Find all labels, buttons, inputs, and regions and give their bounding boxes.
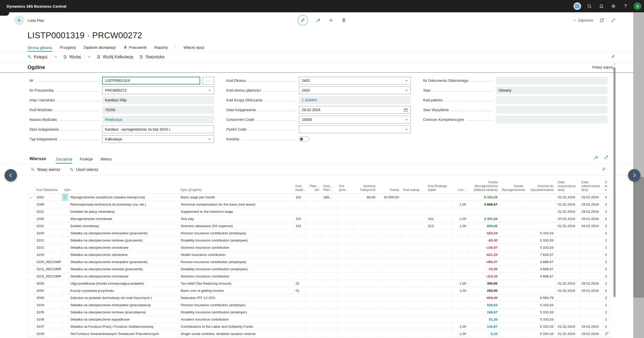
notifications-bell-icon[interactable] <box>598 2 605 10</box>
cell-rodzaju[interactable] <box>426 208 453 215</box>
cell-kwl[interactable]: 920,42 <box>469 222 500 229</box>
tab-przygotuj[interactable]: Przygotuj <box>60 45 76 52</box>
cell-kwota[interactable] <box>378 323 401 330</box>
breadcrumb[interactable]: Lista Płac <box>28 18 44 23</box>
cell-plan[interactable] <box>306 201 321 208</box>
action-wyślij-kalkulację[interactable]: Wyślij Kalkulację <box>96 55 133 59</box>
cell-katal[interactable] <box>294 208 306 215</box>
cell-rodzaju[interactable] <box>426 251 453 258</box>
cell-d2[interactable]: 29.02.2024 <box>579 330 603 337</box>
cell-d1[interactable] <box>556 258 579 265</box>
cell-last[interactable]: 2 <box>603 244 611 251</box>
cell-d1[interactable] <box>556 237 579 244</box>
cell-kwl[interactable]: -520,53 <box>469 229 500 237</box>
cell-god[interactable] <box>321 301 337 308</box>
cell-dochod[interactable]: 5 333,33 <box>525 244 556 251</box>
cell-en[interactable]: Pension insurance contribution (employee… <box>179 229 294 237</box>
cell-opis[interactable]: Składka na ubezpieczenie zdrowotne <box>68 251 179 258</box>
cell-kwota[interactable]: 10 000,00 <box>378 194 401 201</box>
cell-plan[interactable] <box>306 287 321 294</box>
cell-kod[interactable]: 3104 <box>34 301 62 308</box>
cell-waluty[interactable] <box>401 194 426 201</box>
cell-dochod[interactable]: 5 333,33 <box>525 308 556 316</box>
cell-kw[interactable] <box>500 258 525 265</box>
cell-en[interactable]: Technical compensation for the base (sic… <box>179 201 294 208</box>
cell-godziny[interactable] <box>353 215 378 222</box>
cell-kwl[interactable]: -621,29 <box>469 251 500 258</box>
cell-katal[interactable] <box>294 251 306 258</box>
cell-dochod[interactable] <box>525 287 556 294</box>
settings-gear-icon[interactable] <box>610 2 617 10</box>
cell-god[interactable] <box>321 201 337 208</box>
cell-kw[interactable] <box>500 294 525 301</box>
cell-kw[interactable] <box>500 194 525 201</box>
cell-licz[interactable]: 1,00 <box>453 201 469 208</box>
cell-dni[interactable] <box>337 316 353 323</box>
cell-kwota[interactable] <box>378 237 401 244</box>
field-input-opis-księgowania[interactable]: Kardasz , wynagrodzenie za luty 2024 r. <box>102 125 214 133</box>
cell-en[interactable]: Single social contribut. disabled vacati… <box>179 330 294 337</box>
cell-god[interactable] <box>321 258 337 265</box>
cell-last[interactable]: 2 <box>603 265 611 273</box>
cell-last[interactable]: 2 <box>603 316 611 323</box>
cell-plan[interactable] <box>306 215 321 222</box>
cell-katal[interactable]: 02 <box>294 280 306 287</box>
cell-opis[interactable]: Rekompensata techniczna do podstawy (zw.… <box>68 201 179 208</box>
cell-kwl[interactable]: -80,00 <box>469 237 500 244</box>
col-header-last[interactable]: Cwo <box>603 176 611 194</box>
cell-kwota[interactable] <box>378 201 401 208</box>
tab-strona-główna[interactable]: Strona główna <box>27 45 52 52</box>
col-header-d1[interactable]: Datarozpoczęciaakcji <box>556 176 579 194</box>
cell-d1[interactable] <box>556 265 579 273</box>
cell-god[interactable] <box>321 316 337 323</box>
cell-en[interactable]: Accident insurance contribution <box>179 316 294 323</box>
cell-rodzaju[interactable] <box>426 280 453 287</box>
cell-kod[interactable]: 3030 <box>34 280 62 287</box>
cell-dni[interactable] <box>337 323 353 330</box>
cell-dni[interactable] <box>337 251 353 258</box>
table-row[interactable]: 3050Koszty uzyskania przychoduBasic cost… <box>28 287 611 294</box>
cell-en[interactable]: Disability insurance contribution (emplo… <box>179 265 294 273</box>
cell-kod[interactable]: 3100 <box>34 229 62 237</box>
cell-kwl[interactable]: 5,33 <box>469 330 500 337</box>
cell-en[interactable]: Health insurance contribution <box>179 251 294 258</box>
cell-d2[interactable] <box>579 258 603 265</box>
cell-d2[interactable] <box>579 294 603 301</box>
cell-plan[interactable] <box>306 273 321 280</box>
cell-waluty[interactable] <box>401 280 426 287</box>
cell-waluty[interactable] <box>401 265 426 273</box>
cell-kwl[interactable]: -455,47 <box>469 258 500 265</box>
cell-waluty[interactable] <box>401 330 426 337</box>
cell-kwota[interactable] <box>378 215 401 222</box>
cell-plan[interactable] <box>306 251 321 258</box>
cell-kwl[interactable]: -609,00 <box>469 294 500 301</box>
cell-dni[interactable] <box>337 308 353 316</box>
cell-god[interactable] <box>321 323 337 330</box>
table-row[interactable]: 3100_RECOMPSkładka na ubezpieczenie emer… <box>28 258 611 265</box>
cell-dni[interactable] <box>337 280 353 287</box>
cell-plan[interactable] <box>306 330 321 337</box>
cell-godziny[interactable] <box>353 273 378 280</box>
cell-d1[interactable]: 01.02.2024 <box>556 222 579 229</box>
cell-plan[interactable] <box>306 265 321 273</box>
cell-kwl[interactable]: 4 666,67 <box>469 201 500 208</box>
cell-licz[interactable]: 1,00 <box>453 215 469 222</box>
cell-god[interactable] <box>321 222 337 229</box>
cell-kwota[interactable] <box>378 222 401 229</box>
cell-opis[interactable]: Skł.Fundusz Gwarantowanych Świadczeń Pra… <box>68 330 179 337</box>
cell-kw[interactable] <box>500 244 525 251</box>
cell-katal[interactable] <box>294 308 306 316</box>
chevron-down-icon[interactable] <box>405 79 408 82</box>
cell-last[interactable]: 2 <box>603 194 611 201</box>
lines-button-usuń-wiersz[interactable]: Usuń wiersz <box>70 167 98 172</box>
cell-rodzaju[interactable]: 331 <box>426 215 453 222</box>
cell-dochod[interactable]: 5 333,33 <box>525 229 556 237</box>
cell-last[interactable]: 2 <box>603 294 611 301</box>
cell-kw[interactable] <box>500 215 525 222</box>
cell-opis[interactable]: Koszty uzyskania przychodu <box>68 287 179 294</box>
field-input-nr[interactable]: LISTP0001319 <box>102 77 200 84</box>
action-wydaj[interactable]: Wydaj <box>63 55 81 59</box>
cell-d2[interactable]: 29.02.2024 <box>579 215 603 222</box>
cell-licz[interactable]: 1,00 <box>453 330 469 337</box>
pin-icon[interactable] <box>611 54 615 60</box>
